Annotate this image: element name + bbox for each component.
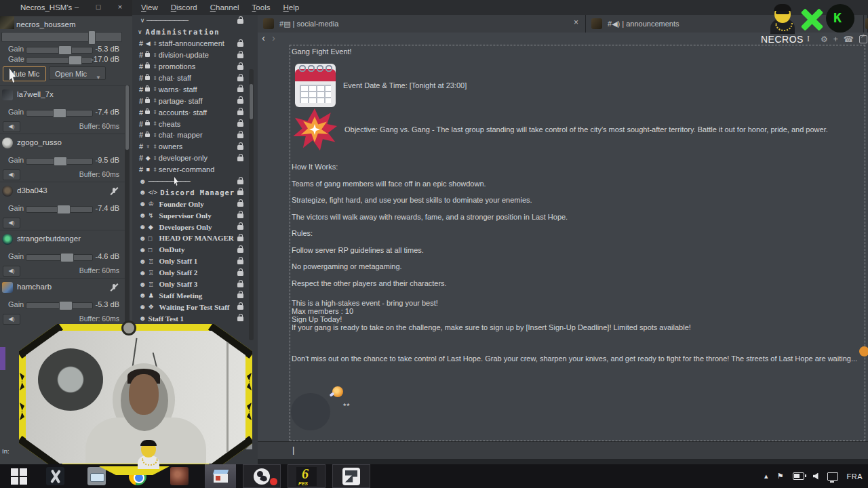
channel-item-staff-announcement[interactable]: #◀⇕staff-announcement [132, 38, 258, 49]
forward-arrow-icon[interactable]: › [272, 33, 275, 43]
channel-item-promotions[interactable]: #⇕promotions [132, 61, 258, 73]
menu-discord[interactable]: Discord [171, 3, 197, 12]
voice-channel-head-of-manager[interactable]: ☻□HEAD OF MANAGER [132, 232, 258, 244]
action-center-flag-icon[interactable]: ⚑ [777, 472, 784, 481]
maximize-button[interactable]: □ [92, 3, 104, 11]
gain-slider[interactable] [26, 47, 93, 54]
slider-handle[interactable] [57, 205, 71, 214]
taskbar-pes6[interactable]: 6 PES [288, 464, 326, 488]
speaker-badge-icon: ◀ [144, 40, 151, 47]
channel-item-warns-staff[interactable]: #⇕warns· staff [132, 83, 258, 95]
channel-item-accounts-staff[interactable]: #⇕accounts· staff [132, 106, 258, 118]
sidebar-scrollbar[interactable] [249, 69, 254, 340]
gain-slider[interactable] [26, 158, 93, 165]
mic-mode-dropdown[interactable]: Open Mic ▼ [49, 66, 106, 80]
gain-slider[interactable] [26, 206, 93, 213]
taskbar-app-active[interactable] [205, 464, 236, 488]
voice-channel-developers-only[interactable]: ☻◆Developers Only [132, 221, 258, 232]
speaker-button[interactable]: ◀) [3, 266, 20, 277]
tab-social-media[interactable]: #▤ | social-media × [258, 15, 586, 33]
channel-item-developer-only[interactable]: #◆⇕developer-only [132, 152, 258, 164]
speaker-button[interactable]: ◀) [3, 314, 20, 325]
channel-item-chat-staff[interactable]: #⇕chat· staff [132, 73, 258, 84]
voice-channel-discord-manager[interactable]: ☻</>Discord Manager [132, 186, 258, 198]
mixer-user-row[interactable]: la7well_7x [0, 89, 125, 102]
mixer-user-row[interactable]: hamcharb [0, 281, 125, 295]
channel-item-owners[interactable]: #♆⇕owners [132, 141, 258, 152]
taskbar-app-1[interactable] [39, 464, 71, 488]
back-arrow-icon[interactable]: ‹ [262, 33, 265, 43]
network-icon[interactable] [827, 472, 838, 481]
voice-channel-supervisor-only[interactable]: ☻↯Supervisor Only [132, 209, 258, 221]
pes6-icon: 6 PES [296, 467, 317, 486]
menu-tools[interactable]: Tools [252, 3, 271, 12]
slider-handle[interactable] [68, 56, 82, 65]
slider-handle[interactable] [59, 301, 73, 310]
gain-value: -9.5 dB [96, 156, 119, 164]
mixer-titlebar[interactable]: Necros_HSM's – □ × [0, 0, 132, 16]
voice-channel-only-staff-3[interactable]: ☻♖Only Staff 3 [132, 279, 258, 290]
taskbar-app-4[interactable] [163, 464, 195, 488]
code-badge-icon: </> [149, 188, 158, 196]
square-badge-icon: □ [149, 246, 157, 253]
master-volume-slider[interactable] [1, 32, 122, 42]
mixer-user-row[interactable]: zgogo_russo [0, 137, 125, 150]
gate-slider[interactable] [26, 57, 93, 64]
slider-handle[interactable] [60, 253, 74, 262]
tray-expand-icon[interactable]: ▴ [764, 472, 768, 481]
voice-channel-founder-only[interactable]: ☻♔Founder Only [132, 198, 258, 209]
channel-item-cheats[interactable]: #⇕cheats [132, 118, 258, 129]
voice-channel-only-staff-1[interactable]: ☻♖Only Staff 1 [132, 256, 258, 267]
menu-view[interactable]: View [141, 3, 158, 12]
channel-item-server-command[interactable]: #■⇕server-command [132, 164, 258, 176]
channel-item-division-update[interactable]: #⇕division-update [132, 49, 258, 61]
gain-slider[interactable] [26, 254, 93, 261]
gain-slider[interactable] [26, 110, 93, 117]
mixer-user-row[interactable]: d3ba043 [0, 185, 125, 199]
voice-channel-staff-meeting[interactable]: ☻♟Staff Meeting [132, 289, 258, 301]
message-input[interactable]: | [258, 441, 868, 459]
battery-icon[interactable] [793, 472, 804, 480]
external-link-icon[interactable]: ↗ [859, 35, 867, 43]
menu-help[interactable]: Help [283, 3, 299, 12]
taskbar-obs[interactable] [243, 464, 281, 488]
buffer-value: Buffer: 60ms [79, 266, 119, 274]
voice-channel-waiting-for-test-staff[interactable]: ☻❖Waiting For Test Staff [132, 301, 258, 312]
speaker-button[interactable]: ◀) [3, 218, 20, 228]
plus-icon[interactable]: + [833, 35, 838, 44]
sort-icon: ⇕ [153, 64, 157, 70]
channel-item-partage-staff[interactable]: #⇕partage· staff [132, 95, 258, 106]
slider-handle[interactable] [54, 157, 67, 166]
minimize-button[interactable]: – [71, 3, 83, 11]
voice-channel-divider[interactable]: ☻ ───────── [132, 176, 258, 187]
slider-handle[interactable] [88, 30, 96, 45]
speaker-button[interactable]: ◀) [3, 121, 20, 132]
mixer-scrollbar[interactable] [125, 85, 130, 324]
category-administration[interactable]: ∨ Administration [132, 26, 258, 38]
menu-channel[interactable]: Channel [210, 3, 239, 12]
volume-icon[interactable] [813, 473, 818, 480]
voice-channel-onduty[interactable]: ☻□OnDuty [132, 244, 258, 256]
language-indicator[interactable]: FRA [847, 472, 863, 481]
start-button[interactable] [3, 464, 35, 488]
voice-speaker-icon: ☻ [139, 291, 146, 299]
gain-slider[interactable] [26, 302, 93, 309]
mute-mic-button[interactable]: Mute Mic [3, 66, 46, 81]
channel-item[interactable]: ∨ ───────── [132, 15, 258, 26]
slider-handle[interactable] [58, 45, 72, 55]
gear-icon[interactable]: ⚙ [821, 35, 828, 44]
phone-icon[interactable]: ☎ [844, 35, 854, 44]
slider-handle[interactable] [53, 108, 66, 118]
hash-icon: # [139, 108, 143, 117]
taskbar-capture-app[interactable] [332, 464, 370, 488]
sort-icon: ⇕ [153, 41, 157, 47]
close-tab-icon[interactable]: × [574, 18, 578, 27]
voice-channel-only-staff-2[interactable]: ☻♖Only Staff 2 [132, 267, 258, 279]
scrollbar-thumb[interactable] [125, 85, 129, 150]
voice-channel-staff-test-1[interactable]: ☻Staff Test 1 [132, 312, 258, 324]
channel-item-chat-mapper[interactable]: #⇕chat· mapper [132, 129, 258, 141]
close-button[interactable]: × [114, 3, 126, 11]
mixer-user-row[interactable]: strangerbutdanger [0, 233, 125, 247]
scrollbar-thumb[interactable] [250, 84, 253, 119]
speaker-button[interactable]: ◀) [3, 169, 20, 180]
